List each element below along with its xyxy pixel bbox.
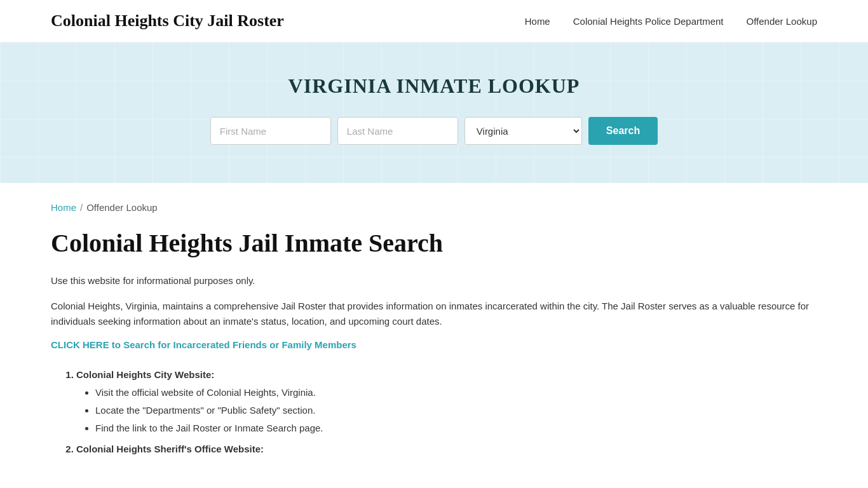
list-item: Colonial Heights City Website: Visit the… [76,369,817,436]
hero-title: VIRGINIA INMATE LOOKUP [51,74,817,98]
bullet-list: Visit the official website of Colonial H… [76,385,817,436]
state-select[interactable]: Virginia Alabama Alaska Arizona Arkansas… [465,117,582,145]
main-content: Home / Offender Lookup Colonial Heights … [0,183,868,488]
nav-home[interactable]: Home [525,16,550,27]
list-item-label: Colonial Heights Sheriff's Office Websit… [76,444,264,454]
last-name-input[interactable] [337,117,458,145]
hero-section: VIRGINIA INMATE LOOKUP Virginia Alabama … [0,43,868,183]
bullet-item: Visit the official website of Colonial H… [95,385,817,400]
breadcrumb-current: Offender Lookup [86,202,157,213]
nav-offender-lookup[interactable]: Offender Lookup [747,16,817,27]
bullet-item: Locate the "Departments" or "Public Safe… [95,403,817,418]
instructions-list: Colonial Heights City Website: Visit the… [51,369,817,454]
search-form: Virginia Alabama Alaska Arizona Arkansas… [51,117,817,145]
list-item-label: Colonial Heights City Website: [76,369,214,380]
search-button[interactable]: Search [588,117,658,145]
click-here-link[interactable]: CLICK HERE to Search for Incarcerated Fr… [51,339,356,350]
breadcrumb-separator: / [80,202,83,213]
nav-police-dept[interactable]: Colonial Heights Police Department [573,16,724,27]
bullet-item: Find the link to the Jail Roster or Inma… [95,421,817,436]
breadcrumb-home[interactable]: Home [51,202,76,213]
site-title: Colonial Heights City Jail Roster [51,11,284,30]
info-text-2: Colonial Heights, Virginia, maintains a … [51,299,817,329]
first-name-input[interactable] [210,117,331,145]
list-item: Colonial Heights Sheriff's Office Websit… [76,444,817,454]
page-title: Colonial Heights Jail Inmate Search [51,228,817,258]
main-nav: Home Colonial Heights Police Department … [525,16,817,27]
breadcrumb: Home / Offender Lookup [51,202,817,213]
info-text-1: Use this website for informational purpo… [51,273,817,288]
site-header: Colonial Heights City Jail Roster Home C… [0,0,868,43]
